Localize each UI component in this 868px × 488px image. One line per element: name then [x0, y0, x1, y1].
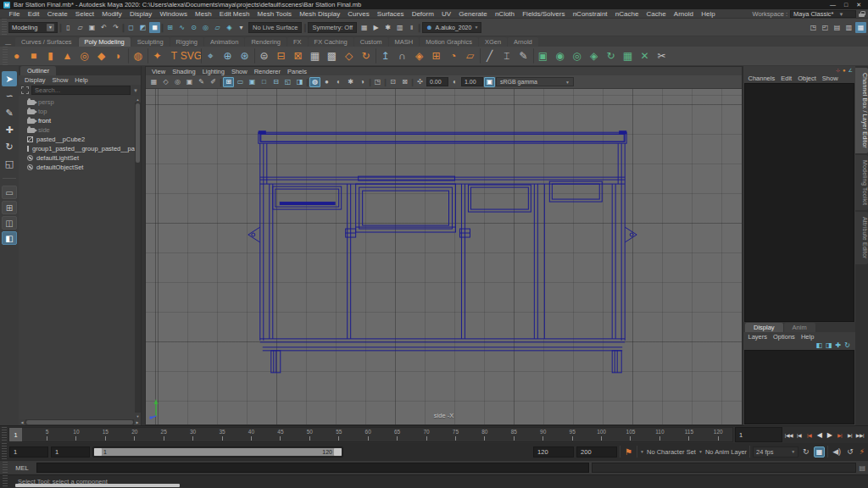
menu-item[interactable]: nConstraint	[569, 10, 611, 18]
separator[interactable]	[147, 48, 148, 64]
timeline-ruler[interactable]: 1 5 10 15	[8, 427, 733, 442]
platonic-solid-icon[interactable]: ◍	[130, 48, 146, 64]
select-hierarchy-icon[interactable]: ◻	[125, 22, 136, 33]
snap-projected-icon[interactable]: ◎	[200, 22, 211, 33]
svg-icon[interactable]: SVG	[183, 48, 199, 64]
colorspace-dropdown[interactable]: sRGB gamma▼	[496, 77, 574, 86]
scroll-left-arrow[interactable]: ◀	[19, 419, 25, 425]
select-object-icon[interactable]: ◩	[137, 22, 148, 33]
symmetry-field[interactable]: Symmetry: Off	[308, 22, 357, 33]
drag-grip[interactable]	[2, 427, 7, 442]
viewport-menu-item[interactable]: Shading	[170, 68, 198, 75]
snap-to-origin-icon[interactable]: ⊕	[220, 48, 236, 64]
wireframe-mode-icon[interactable]: ◍	[309, 77, 320, 87]
viewport-canvas[interactable]: side -X	[146, 89, 742, 424]
separator[interactable]	[479, 48, 481, 64]
menu-item[interactable]: Mesh Display	[296, 10, 344, 18]
menu-item[interactable]: File	[5, 10, 24, 18]
separator[interactable]: ❙	[369, 77, 371, 87]
menu-item[interactable]: Fields/Solvers	[519, 10, 569, 18]
lasso-tool[interactable]: ∽	[2, 88, 17, 103]
bookmark-icon[interactable]: ▣	[184, 77, 195, 87]
range-start-handle[interactable]	[94, 448, 102, 456]
humanik-toggle-icon[interactable]: ◰	[820, 22, 831, 33]
viewport-menu-item[interactable]: Renderer	[252, 68, 283, 75]
layer-editor-menu-item[interactable]: Options	[771, 333, 798, 341]
relax-tool-icon[interactable]: ◉	[552, 48, 568, 64]
menu-item[interactable]: Help	[698, 10, 720, 18]
safe-action-icon[interactable]: ◱	[282, 77, 293, 87]
extrude-icon[interactable]: ↥	[377, 48, 393, 64]
drag-grip[interactable]	[3, 475, 8, 488]
wedge-icon[interactable]: ◔	[445, 48, 461, 64]
maximize-button[interactable]: □	[844, 2, 848, 8]
grid-toggle-icon[interactable]: ⊞	[223, 77, 234, 87]
separator[interactable]	[200, 48, 202, 64]
new-scene-icon[interactable]: ▯	[63, 22, 74, 33]
pencil-curve-icon[interactable]: ✎	[515, 48, 531, 64]
chevron-down-icon[interactable]: ▼	[133, 88, 138, 93]
shelf-tab[interactable]: XGen	[479, 37, 507, 47]
menu-item[interactable]: Deform	[408, 10, 437, 18]
menuset-dropdown[interactable]: Modeling▼	[8, 22, 58, 33]
close-button[interactable]: ✕	[856, 2, 861, 8]
layer-editor-menu-item[interactable]: Layers	[746, 333, 770, 341]
resolution-gate-icon[interactable]: ▣	[247, 77, 258, 87]
step-back-frame-button[interactable]: |◀	[794, 429, 804, 441]
menu-item[interactable]: Edit Mesh	[215, 10, 253, 18]
poly-sphere-icon[interactable]: ●	[8, 48, 25, 64]
super-shape-icon[interactable]: ✦	[149, 48, 165, 64]
layout-outliner-persp[interactable]: ◧	[2, 231, 17, 245]
quad-draw-icon[interactable]: ▣	[535, 48, 551, 64]
outliner-item[interactable]: side	[27, 125, 135, 135]
field-chart-icon[interactable]: ⊟	[270, 77, 281, 87]
separator[interactable]: ❙	[122, 21, 125, 33]
create-curve-icon[interactable]: ╱	[481, 48, 498, 64]
animation-end-field[interactable]: 200	[576, 446, 617, 458]
viewport-menu-item[interactable]: Lighting	[200, 68, 227, 75]
shelf-tab[interactable]: FX Caching	[309, 37, 353, 47]
shaded-mode-icon[interactable]: ●	[321, 77, 332, 87]
step-forward-key-button[interactable]: ▶|	[835, 429, 844, 441]
separator[interactable]: ❙	[59, 21, 62, 33]
viewport-menu-item[interactable]: Show	[229, 68, 250, 75]
drag-grip[interactable]	[2, 443, 7, 460]
color-management-icon[interactable]: ▣	[484, 77, 495, 87]
render-view-icon[interactable]: ▦	[359, 22, 370, 33]
open-scene-icon[interactable]: ▱	[75, 22, 86, 33]
snap-grid-icon[interactable]: ⊞	[164, 22, 175, 33]
target-weld-icon[interactable]: ✕	[637, 48, 653, 64]
select-tool[interactable]: ➤	[2, 71, 17, 86]
smooth-icon[interactable]: ▦	[307, 48, 323, 64]
gamma-field[interactable]: 1.00	[461, 77, 483, 86]
image-plane-icon[interactable]: ✎	[196, 77, 207, 87]
mel-label[interactable]: MEL	[10, 464, 34, 472]
shelf-tab[interactable]: Arnold	[508, 37, 538, 47]
snap-curve-icon[interactable]: ∿	[176, 22, 187, 33]
rotate-tool[interactable]: ↻	[2, 139, 17, 154]
minimize-button[interactable]: —	[830, 2, 836, 8]
menu-item[interactable]: nCache	[611, 10, 643, 18]
menu-item[interactable]: Display	[125, 10, 155, 18]
conform-icon[interactable]: ↻	[603, 48, 619, 64]
separator[interactable]: ❙	[384, 77, 387, 87]
tweak-tool-icon[interactable]: ◎	[569, 48, 585, 64]
extract-icon[interactable]: ⊠	[290, 48, 306, 64]
outliner-menu-item[interactable]: Help	[72, 76, 90, 84]
shelf-tab[interactable]: Rigging	[170, 37, 203, 47]
keyable-filter-icon[interactable]: ⊹	[836, 67, 840, 74]
menu-item[interactable]: Select	[71, 10, 97, 18]
move-tool[interactable]: ✚	[2, 122, 17, 137]
menu-item[interactable]: Arnold	[670, 10, 697, 18]
menu-item[interactable]: Curves	[344, 10, 374, 18]
menu-item[interactable]: nCloth	[491, 10, 518, 18]
mel-input-field[interactable]	[36, 463, 589, 473]
separator[interactable]	[253, 48, 255, 64]
anim-layer-dropdown[interactable]: ▼No Anim Layer	[698, 448, 747, 456]
separate-icon[interactable]: ⊟	[273, 48, 289, 64]
poly-cube-icon[interactable]: ■	[25, 48, 42, 64]
paint-select-tool[interactable]: ✎	[2, 105, 17, 120]
outliner-item[interactable]: top	[27, 107, 135, 116]
drag-grip[interactable]	[3, 47, 8, 65]
user-account-dropdown[interactable]: ☻ A.aluko_2020 ▼	[422, 22, 481, 33]
